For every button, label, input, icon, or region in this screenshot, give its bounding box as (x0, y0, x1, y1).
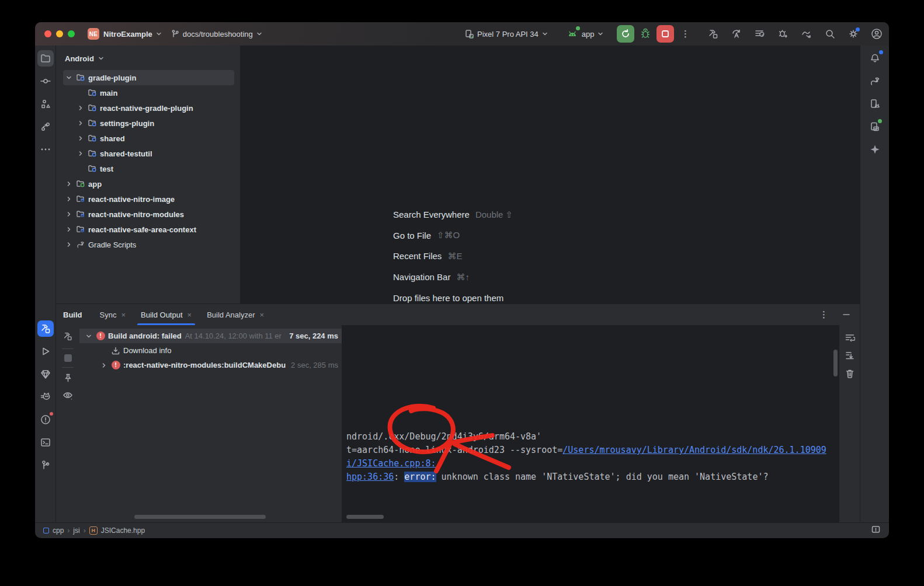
rerun-build-button[interactable] (62, 331, 73, 343)
breadcrumb-item[interactable]: JSICache.hpp (101, 526, 145, 535)
library-module-folder-icon (75, 225, 86, 234)
debug-button[interactable] (639, 27, 652, 40)
rerun-button[interactable] (617, 25, 634, 43)
app-quality-insights-button[interactable] (37, 366, 54, 382)
gradle-toolwindow-button[interactable] (867, 73, 883, 89)
tree-expand-toggle[interactable] (75, 104, 86, 111)
breadcrumb-separator: › (67, 526, 70, 535)
close-window-button[interactable] (44, 30, 51, 37)
build-options-button[interactable]: ⋮ (819, 309, 828, 320)
shortcut-keys: ⇧⌘O (437, 230, 460, 240)
project-view-selector[interactable]: Android (56, 50, 240, 67)
zoom-window-button[interactable] (68, 30, 75, 37)
profiler-button[interactable] (800, 27, 813, 40)
project-tree-item-gradle-plugin[interactable]: gradle-plugin (63, 70, 234, 85)
tab-sync[interactable]: Sync× (98, 304, 128, 325)
tree-expand-toggle[interactable] (63, 180, 75, 187)
branch-selector[interactable]: docs/troubleshooting (171, 29, 263, 39)
close-tab-icon[interactable]: × (187, 311, 192, 319)
run-config-selector[interactable]: app (566, 27, 605, 40)
tree-expand-toggle[interactable] (75, 120, 86, 127)
close-tab-icon[interactable]: × (260, 311, 265, 319)
console-hscrollbar[interactable] (346, 515, 384, 519)
more-run-actions-button[interactable]: ⋮ (679, 27, 692, 40)
sync-button[interactable] (753, 27, 766, 40)
breadcrumb-item[interactable]: jsi (73, 526, 79, 535)
build-tree-row[interactable]: !Build android: failedAt 14.10.24, 12:00… (79, 329, 342, 343)
stop-button[interactable] (656, 25, 674, 43)
project-tree-item-app[interactable]: app (63, 176, 234, 191)
terminal-toolwindow-button[interactable] (37, 434, 54, 451)
attach-debugger-button[interactable] (777, 27, 790, 40)
project-tree-item-test[interactable]: test (63, 161, 234, 176)
tree-item-label: react-native-nitro-image (86, 195, 175, 204)
tree-expand-toggle[interactable] (75, 150, 86, 157)
notifications-toolwindow-button[interactable] (867, 50, 883, 67)
breadcrumb-item[interactable]: cpp (53, 526, 64, 535)
tree-expand-toggle[interactable] (75, 135, 86, 142)
project-tree-item-settings-plugin[interactable]: settings-plugin (63, 116, 234, 131)
user-avatar-icon (870, 27, 883, 40)
console-file-link[interactable]: hpp:36:36 (346, 472, 394, 482)
pin-tab-button[interactable] (63, 373, 73, 385)
tree-expand-toggle[interactable] (63, 211, 75, 218)
running-devices-button[interactable] (867, 118, 883, 135)
project-tree-item-shared-testutil[interactable]: shared-testutil (63, 146, 234, 161)
console-file-link[interactable]: i/JSICache.cpp:8: (346, 458, 436, 469)
run-toolwindow-button[interactable] (37, 343, 54, 360)
tab-build-output[interactable]: Build Output× (138, 304, 194, 325)
project-tree-item-react-native-nitro-image[interactable]: react-native-nitro-image (63, 191, 234, 207)
device-manager-button[interactable] (867, 96, 883, 112)
status-bar: cpp›jsi›HJSICache.hpp (35, 522, 889, 538)
scroll-end-icon (845, 350, 855, 361)
feedback-bubble-icon[interactable] (871, 525, 881, 535)
version-control-toolwindow-button[interactable] (37, 457, 54, 473)
console-file-link[interactable]: /Users/mrousavy/Library/Android/sdk/ndk/… (562, 445, 826, 455)
problems-toolwindow-button[interactable] (37, 411, 54, 428)
build-tree-row[interactable]: Download info (79, 343, 342, 358)
console-line: hpp:36:36: error: unknown class name 'NT… (346, 470, 839, 484)
project-tree-item-main[interactable]: main (63, 85, 234, 100)
close-tab-icon[interactable]: × (121, 311, 126, 319)
tree-expand-toggle[interactable] (63, 196, 75, 203)
logcat-toolwindow-button[interactable] (37, 389, 54, 405)
tree-expand-toggle[interactable] (63, 74, 75, 81)
build-toolwindow-button[interactable] (37, 320, 54, 337)
settings-button[interactable] (847, 27, 860, 40)
tab-build-analyzer[interactable]: Build Analyzer× (204, 304, 266, 325)
project-tree-item-react-native-nitro-modules[interactable]: react-native-nitro-modules (63, 207, 234, 222)
build-project-button[interactable] (707, 27, 720, 40)
console-vscrollbar[interactable] (833, 350, 838, 376)
project-tree-item-gradle-scripts[interactable]: Gradle Scripts (63, 237, 234, 252)
build-tree-hscrollbar[interactable] (134, 515, 266, 519)
apply-changes-button[interactable] (730, 27, 743, 40)
tree-expand-toggle[interactable] (63, 241, 75, 248)
clear-all-button[interactable] (845, 368, 855, 381)
project-selector[interactable]: NitroExample (103, 30, 162, 39)
minimize-window-button[interactable] (56, 30, 63, 37)
module-folder-icon (75, 73, 86, 82)
scroll-to-end-button[interactable] (845, 350, 855, 362)
filters-button[interactable] (62, 390, 73, 402)
more-toolwindows-button[interactable] (37, 141, 54, 158)
hide-toolwindow-button[interactable] (842, 311, 850, 319)
shortcut-keys: ⌘↑ (456, 272, 470, 282)
build-tree-row[interactable]: !:react-native-nitro-modules:buildCMakeD… (79, 358, 342, 372)
account-button[interactable] (870, 27, 883, 40)
tree-expand-toggle[interactable] (63, 226, 75, 233)
shortcut-hint-row: Recent Files⌘E (393, 246, 513, 267)
device-selector[interactable]: Pixel 7 Pro API 34 (464, 29, 548, 39)
project-tree-item-react-native-gradle-plugin[interactable]: react-native-gradle-plugin (63, 100, 234, 116)
stop-build-button (64, 354, 72, 362)
project-tree-item-react-native-safe-area-context[interactable]: react-native-safe-area-context (63, 222, 234, 237)
tree-expand-toggle[interactable] (98, 362, 110, 369)
gemini-button[interactable] (867, 141, 883, 158)
structure-toolwindow-button[interactable] (37, 96, 54, 112)
project-toolwindow-button[interactable] (37, 50, 54, 67)
project-tree-item-shared[interactable]: shared (63, 131, 234, 146)
search-everywhere-button[interactable] (824, 27, 836, 40)
vcs-toolwindow-button[interactable] (37, 118, 54, 135)
commit-toolwindow-button[interactable] (37, 73, 54, 89)
tree-expand-toggle[interactable] (83, 333, 95, 340)
soft-wrap-button[interactable] (845, 332, 855, 344)
